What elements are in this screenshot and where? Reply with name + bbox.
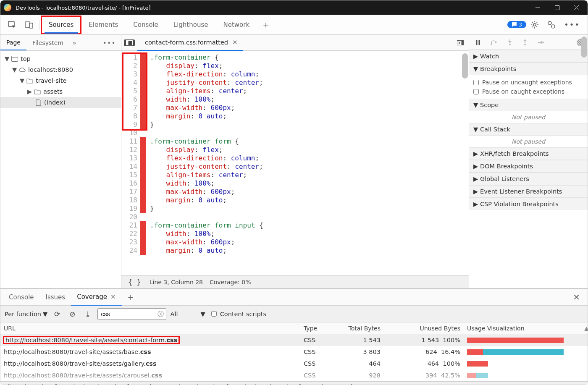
window-title: DevTools - localhost:8080/travel-site/ -… [16,5,528,11]
tree-folder-assets[interactable]: ▶ assets [0,86,121,97]
navigator-overflow-icon[interactable]: » [69,39,80,46]
section-callstack[interactable]: ▼Call Stack [469,123,588,136]
pretty-print-button[interactable]: { } [126,278,143,286]
svg-point-19 [509,44,511,45]
section-watch[interactable]: ▶Watch [469,50,588,63]
devtools-logo-icon [4,4,11,11]
tab-network[interactable]: Network [215,16,257,34]
line-number-gutter: 123456789101112131415161718192021222324 [121,51,140,275]
toggle-navigator-button[interactable] [124,39,135,46]
section-global[interactable]: ▶Global Listeners [469,173,588,185]
svg-point-18 [491,43,492,45]
debugger-pane: ▶Watch ▼Breakpoints Pause on uncaught ex… [469,35,588,288]
section-scope[interactable]: ▼Scope [469,99,588,111]
toggle-debugger-button[interactable] [454,39,466,47]
editor-scrollbar[interactable] [462,53,468,79]
code-content[interactable]: .form-container { display: flex; flex-di… [146,51,469,275]
drawer-tab-console[interactable]: Console [3,289,40,305]
step-out-button[interactable] [520,37,530,47]
svg-point-7 [533,24,536,26]
cursor-position: Line 3, Column 28 [150,279,203,285]
folder-icon [34,88,41,95]
main-toolbar: Sources Elements Console Lighthouse Netw… [0,15,588,35]
file-tab-label: contact-form.css:formatted [145,39,228,46]
callstack-not-paused: Not paused [469,136,588,147]
step-into-button[interactable] [504,37,515,47]
tab-lighthouse[interactable]: Lighthouse [166,16,216,34]
drawer-tab-coverage[interactable]: Coverage✕ [71,289,121,306]
pause-button[interactable] [472,38,483,47]
coverage-filter-input[interactable] [97,308,166,320]
drawer: Console Issues Coverage✕ ＋ ✕ Per functio… [0,288,588,385]
folder-icon [26,77,33,84]
clear-button[interactable]: ⊘ [67,308,78,320]
issues-count: 3 [519,21,522,28]
file-tab-contact-form[interactable]: contact-form.css:formatted ✕ [137,35,243,51]
tree-file-index[interactable]: (index) [0,97,121,108]
clear-filter-icon[interactable]: ⓧ [158,310,164,318]
navigator-tab-filesystem[interactable]: Filesystem [26,36,69,50]
coverage-row[interactable]: http://localhost:8080/travel-site/assets… [0,346,588,358]
issues-badge[interactable]: 3 [507,21,526,28]
tree-folder-travel-site[interactable]: ▼ travel-site [0,75,121,86]
maximize-button[interactable] [547,0,567,15]
export-button[interactable]: ⤓ [82,308,93,320]
close-tab-icon[interactable]: ✕ [232,39,238,46]
col-viz[interactable]: Usage Visualization [464,324,581,333]
editor-status-bar: { } Line 3, Column 28 Coverage: 0% [121,275,469,288]
svg-point-20 [524,44,526,45]
more-tabs-button[interactable]: ＋ [257,16,275,34]
col-type[interactable]: Type [300,324,336,333]
inspect-element-icon[interactable] [4,18,21,31]
content-scripts-checkbox[interactable]: Content scripts [211,309,266,319]
section-evt[interactable]: ▶Event Listener Breakpoints [469,185,588,198]
navigator-tab-page[interactable]: Page [0,35,26,50]
coverage-row[interactable]: http://localhost:8080/travel-site/assets… [0,358,588,369]
more-menu-icon[interactable]: ••• [560,18,584,31]
activity-icon[interactable] [543,18,560,31]
drawer-add-tab-button[interactable]: ＋ [122,288,139,306]
coverage-row[interactable]: http://localhost:8080/travel-site/assets… [0,369,588,381]
svg-rect-1 [555,5,559,10]
code-editor[interactable]: 123456789101112131415161718192021222324 … [121,51,469,275]
svg-rect-10 [12,56,18,62]
navigator-pane: Page Filesystem » ••• ▼ top ▼ localhost:… [0,35,121,288]
coverage-type-filter[interactable]: All▼ [171,311,205,317]
coverage-table-header: URL Type Total Bytes Unused Bytes Usage … [0,322,588,334]
step-over-button[interactable] [488,38,500,47]
chat-icon [512,22,517,27]
coverage-mode-select[interactable]: Per function▼ [5,311,47,317]
close-coverage-tab-icon[interactable]: ✕ [110,293,116,301]
tab-sources[interactable]: Sources [41,16,81,34]
col-unused[interactable]: Unused Bytes [384,324,464,333]
step-button[interactable] [535,38,547,47]
section-csp[interactable]: ▶CSP Violation Breakpoints [469,198,588,210]
minimize-button[interactable] [528,0,547,15]
tree-top[interactable]: ▼ top [0,53,121,64]
close-button[interactable] [567,0,586,15]
col-url[interactable]: URL [0,324,300,333]
file-icon [35,99,42,106]
navigator-more-icon[interactable]: ••• [98,39,121,46]
section-xhr[interactable]: ▶XHR/fetch Breakpoints [469,147,588,160]
tab-console[interactable]: Console [126,16,166,34]
section-dom[interactable]: ▶DOM Breakpoints [469,160,588,173]
coverage-summary: Filtered: 6.9 kB of 10.0 kB (69%) used s… [0,381,588,385]
pause-caught-checkbox[interactable]: Pause on caught exceptions [473,87,583,96]
col-total[interactable]: Total Bytes [336,324,384,333]
drawer-close-button[interactable]: ✕ [568,292,585,302]
tree-host[interactable]: ▼ localhost:8080 [0,64,121,75]
debugger-toolbar [469,35,588,50]
device-toolbar-icon[interactable] [21,18,37,31]
drawer-tabs: Console Issues Coverage✕ ＋ ✕ [0,289,588,306]
coverage-gutter [140,51,146,275]
tab-elements[interactable]: Elements [81,16,126,34]
settings-icon[interactable] [526,18,543,31]
reload-button[interactable]: ⟳ [52,308,63,320]
pause-uncaught-checkbox[interactable]: Pause on uncaught exceptions [473,78,583,87]
section-breakpoints[interactable]: ▼Breakpoints [469,63,588,75]
drawer-tab-issues[interactable]: Issues [40,289,71,305]
coverage-row[interactable]: http://localhost:8080/travel-site/assets… [0,334,588,346]
editor-pane: contact-form.css:formatted ✕ 12345678910… [121,35,469,288]
debugger-scrollbar[interactable] [581,37,587,58]
